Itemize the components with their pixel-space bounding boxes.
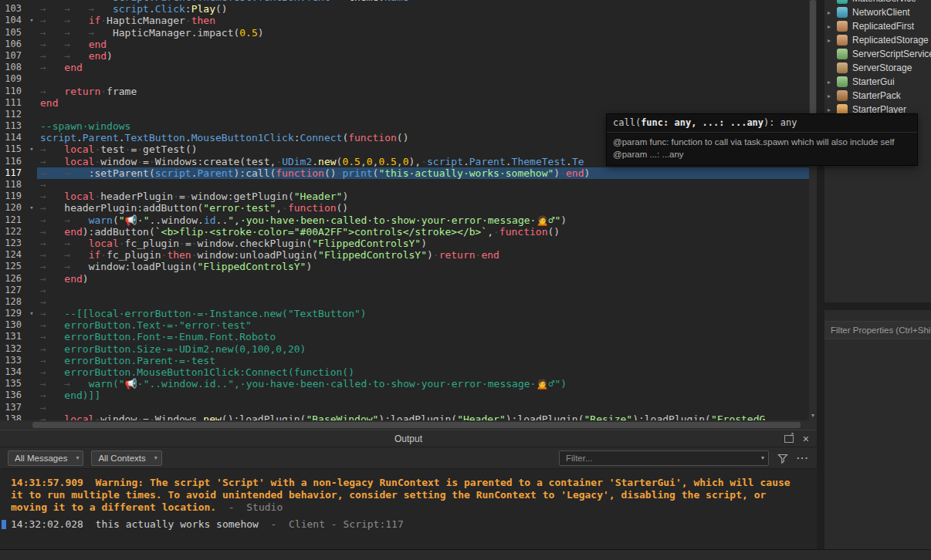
- line-number[interactable]: 104: [0, 15, 26, 26]
- explorer-item-ReplicatedStorage[interactable]: ▸ReplicatedStorage: [824, 33, 931, 47]
- line-number[interactable]: 105: [0, 27, 26, 39]
- code-line-108[interactable]: 108→ end: [0, 62, 809, 73]
- properties-filter-input[interactable]: Filter Properties (Ctrl+Shift: [824, 321, 931, 339]
- vscroll-down-arrow-icon[interactable]: ▾: [809, 411, 817, 420]
- fold-toggle-icon[interactable]: ▾: [26, 308, 37, 319]
- line-number[interactable]: 119: [0, 191, 26, 202]
- line-number[interactable]: 137: [0, 402, 26, 413]
- explorer-item-MaterialService[interactable]: MaterialService: [824, 0, 931, 5]
- code-line-133[interactable]: 133→ errorButton.Parent·=·test: [0, 355, 809, 366]
- output-filter-input[interactable]: Filter...▾: [559, 450, 769, 466]
- code-line-127[interactable]: 127→: [0, 285, 809, 296]
- line-number[interactable]: 126: [0, 273, 26, 285]
- expand-chevron-icon[interactable]: ▸: [828, 23, 837, 30]
- line-number[interactable]: 138: [0, 413, 26, 420]
- expand-chevron-icon[interactable]: ▸: [828, 79, 837, 86]
- explorer-item-ServerScriptService[interactable]: ServerScriptService: [824, 47, 931, 61]
- line-number[interactable]: 108: [0, 62, 26, 73]
- code-area[interactable]: 102→ → → script.Parent.ThemeTest.TextBox…: [0, 0, 809, 420]
- line-number[interactable]: 136: [0, 390, 26, 401]
- explorer-item-ReplicatedFirst[interactable]: ▸ReplicatedFirst: [824, 19, 931, 33]
- expand-chevron-icon[interactable]: ▸: [828, 37, 837, 44]
- fold-toggle-icon[interactable]: ▾: [26, 202, 37, 214]
- code-line-107[interactable]: 107→ → end): [0, 50, 809, 62]
- code-line-105[interactable]: 105→ → → HapticManager.impact(0.5): [0, 27, 809, 39]
- line-number[interactable]: 127: [0, 285, 26, 296]
- explorer-item-NetworkClient[interactable]: ▸NetworkClient: [824, 5, 931, 19]
- line-number[interactable]: 107: [0, 50, 26, 62]
- line-number[interactable]: 111: [0, 97, 26, 109]
- code-line-117[interactable]: 117→ → :setParent(script.Parent):call(fu…: [0, 167, 809, 179]
- line-number[interactable]: 124: [0, 249, 26, 261]
- line-number[interactable]: 123: [0, 238, 26, 249]
- code-line-135[interactable]: 135→ → warn("📢·"..window.id..",·you·have…: [0, 378, 809, 390]
- dock-splitter[interactable]: [817, 0, 824, 549]
- code-line-129[interactable]: 129▾→ --[[local·errorButton·=·Instance.n…: [0, 308, 809, 319]
- line-number[interactable]: 128: [0, 296, 26, 308]
- line-number[interactable]: 120: [0, 202, 26, 214]
- line-number[interactable]: 110: [0, 86, 26, 97]
- code-line-110[interactable]: 110→ return·frame: [0, 86, 809, 97]
- output-message-warning[interactable]: 14:31:57.909 Warning: The script 'Script…: [11, 477, 807, 514]
- line-number[interactable]: 131: [0, 331, 26, 342]
- fold-toggle-icon[interactable]: ▾: [26, 143, 37, 155]
- line-number[interactable]: 129: [0, 308, 26, 319]
- code-line-111[interactable]: 111end: [0, 97, 809, 109]
- float-panel-icon[interactable]: ↗: [784, 435, 794, 443]
- explorer-item-StarterGui[interactable]: ▸StarterGui: [824, 75, 931, 89]
- code-line-131[interactable]: 131→ errorButton.Font·=·Enum.Font.Roboto: [0, 331, 809, 342]
- code-line-126[interactable]: 126→ end): [0, 273, 809, 285]
- line-number[interactable]: 103: [0, 3, 26, 15]
- code-line-130[interactable]: 130→ errorButton.Text·=·"error·test": [0, 319, 809, 331]
- editor-horizontal-scrollbar[interactable]: [0, 420, 809, 430]
- code-line-124[interactable]: 124→ → if·fc_plugin·then·window:unloadPl…: [0, 249, 809, 261]
- more-options-icon[interactable]: ···: [797, 450, 809, 466]
- line-number[interactable]: 115: [0, 143, 26, 155]
- code-line-103[interactable]: 103→ → → script.Click:Play(): [0, 3, 809, 15]
- close-panel-icon[interactable]: ×: [803, 430, 809, 447]
- line-number[interactable]: 132: [0, 343, 26, 355]
- line-number[interactable]: 125: [0, 261, 26, 272]
- output-message-info[interactable]: 14:32:02.028 this actually works somehow…: [11, 518, 807, 531]
- fold-toggle-icon[interactable]: ▾: [26, 15, 37, 26]
- line-number[interactable]: 133: [0, 355, 26, 366]
- explorer-item-StarterPack[interactable]: ▸StarterPack: [824, 89, 931, 103]
- vscroll-thumb[interactable]: [810, 0, 816, 114]
- code-line-119[interactable]: 119→ local·headerPlugin·=·window:getPlug…: [0, 191, 809, 202]
- code-line-118[interactable]: 118→: [0, 179, 809, 191]
- code-line-137[interactable]: 137→: [0, 402, 809, 413]
- code-line-134[interactable]: 134→ errorButton.MouseButton1Click:Conne…: [0, 366, 809, 378]
- code-line-138[interactable]: 138→ local·window·=·Windows.new():loadPl…: [0, 413, 809, 420]
- code-line-132[interactable]: 132→ errorButton.Size·=·UDim2.new(0,100,…: [0, 343, 809, 355]
- line-number[interactable]: 118: [0, 179, 26, 191]
- line-number[interactable]: 117: [0, 167, 26, 179]
- code-line-136[interactable]: 136→ end)]]: [0, 390, 809, 401]
- hscroll-thumb[interactable]: [32, 422, 801, 428]
- line-number[interactable]: 116: [0, 156, 26, 167]
- line-number[interactable]: 122: [0, 226, 26, 238]
- line-number[interactable]: 135: [0, 378, 26, 390]
- expand-chevron-icon[interactable]: ▸: [828, 9, 837, 16]
- code-line-128[interactable]: 128→: [0, 296, 809, 308]
- code-line-125[interactable]: 125→ → window:loadPlugin("FlippedControl…: [0, 261, 809, 272]
- code-line-122[interactable]: 122→ end):addButton(`<b>flip·<stroke·col…: [0, 226, 809, 238]
- editor-vertical-scrollbar[interactable]: ▾: [809, 0, 817, 420]
- line-number[interactable]: 112: [0, 109, 26, 120]
- line-number[interactable]: 106: [0, 39, 26, 50]
- code-line-123[interactable]: 123→ → local·fc_plugin·=·window.checkPlu…: [0, 238, 809, 249]
- contexts-filter-dropdown[interactable]: All Contexts▾: [91, 450, 161, 466]
- panel-splitter[interactable]: [824, 302, 931, 310]
- line-number[interactable]: 130: [0, 319, 26, 331]
- explorer-item-ServerStorage[interactable]: ServerStorage: [824, 61, 931, 75]
- filter-funnel-icon[interactable]: [777, 452, 789, 464]
- line-number[interactable]: 134: [0, 366, 26, 378]
- line-number[interactable]: 121: [0, 214, 26, 226]
- code-line-104[interactable]: 104▾→ → if·HapticManager·then: [0, 15, 809, 26]
- line-number[interactable]: 109: [0, 73, 26, 85]
- expand-chevron-icon[interactable]: ▸: [828, 93, 837, 100]
- code-line-121[interactable]: 121→ → warn("📢·"..window.id..",·you·have…: [0, 214, 809, 226]
- expand-chevron-icon[interactable]: ▸: [828, 106, 837, 113]
- messages-filter-dropdown[interactable]: All Messages▾: [8, 450, 83, 466]
- line-number[interactable]: 113: [0, 120, 26, 132]
- line-number[interactable]: 114: [0, 132, 26, 143]
